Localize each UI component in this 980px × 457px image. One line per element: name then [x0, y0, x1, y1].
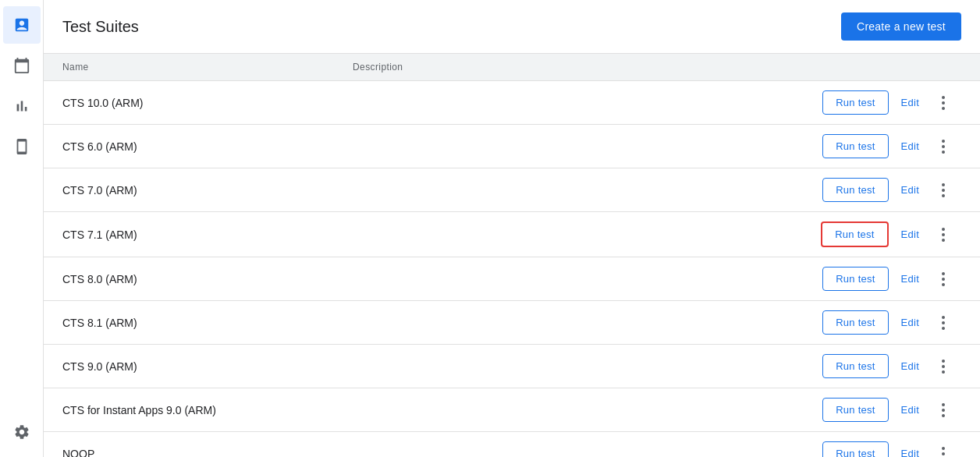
more-options-button[interactable] [932, 311, 955, 335]
edit-button[interactable]: Edit [895, 179, 925, 201]
more-options-icon [942, 360, 945, 374]
edit-button[interactable]: Edit [895, 91, 925, 114]
row-name-cell: NOOP [44, 432, 340, 458]
more-options-button[interactable] [932, 91, 955, 115]
actions-group: Run testEdit [821, 90, 968, 115]
row-actions-cell: Run testEdit [808, 81, 980, 125]
test-suites-table-container: Name Description CTS 10.0 (ARM)Run testE… [44, 54, 980, 457]
more-options-icon [942, 272, 945, 286]
row-actions-cell: Run testEdit [808, 345, 980, 388]
edit-button[interactable]: Edit [895, 223, 925, 246]
actions-group: Run testEdit [821, 310, 968, 335]
more-options-icon [942, 96, 945, 110]
row-description-cell [340, 388, 808, 432]
actions-group: Run testEdit [821, 221, 968, 247]
column-header-name: Name [44, 54, 340, 81]
column-header-actions [808, 54, 980, 81]
row-actions-cell: Run testEdit [808, 212, 980, 257]
more-options-icon [942, 228, 945, 242]
sidebar-item-calendar[interactable] [3, 47, 41, 84]
actions-group: Run testEdit [821, 398, 968, 422]
more-options-button[interactable] [932, 442, 955, 458]
table-header-row: Name Description [44, 54, 980, 81]
row-actions-cell: Run testEdit [808, 388, 980, 432]
table-row: CTS for Instant Apps 9.0 (ARM)Run testEd… [44, 388, 980, 432]
run-test-button[interactable]: Run test [822, 441, 888, 457]
more-options-button[interactable] [932, 355, 955, 378]
run-test-button[interactable]: Run test [821, 221, 888, 247]
row-actions-cell: Run testEdit [808, 432, 980, 458]
table-row: CTS 7.1 (ARM)Run testEdit [44, 212, 980, 257]
more-options-icon [942, 316, 945, 330]
row-name-cell: CTS 7.1 (ARM) [44, 212, 340, 257]
actions-group: Run testEdit [821, 134, 968, 158]
calendar-icon [13, 57, 30, 74]
row-description-cell [340, 168, 808, 212]
table-row: CTS 10.0 (ARM)Run testEdit [44, 81, 980, 125]
sidebar [0, 0, 44, 457]
row-description-cell [340, 301, 808, 345]
row-description-cell [340, 257, 808, 301]
row-description-cell [340, 345, 808, 388]
row-actions-cell: Run testEdit [808, 125, 980, 168]
more-options-icon [942, 403, 945, 417]
create-new-test-button[interactable]: Create a new test [841, 12, 961, 41]
edit-button[interactable]: Edit [895, 311, 925, 334]
more-options-icon [942, 140, 945, 154]
test-suites-table: Name Description CTS 10.0 (ARM)Run testE… [44, 54, 980, 457]
table-row: CTS 9.0 (ARM)Run testEdit [44, 345, 980, 388]
row-name-cell: CTS 7.0 (ARM) [44, 168, 340, 212]
run-test-button[interactable]: Run test [822, 178, 888, 202]
settings-icon [13, 423, 30, 441]
run-test-button[interactable]: Run test [822, 354, 888, 378]
sidebar-item-settings[interactable] [3, 413, 41, 451]
more-options-button[interactable] [932, 399, 955, 422]
row-description-cell [340, 81, 808, 125]
row-name-cell: CTS 8.0 (ARM) [44, 257, 340, 301]
actions-group: Run testEdit [821, 354, 968, 378]
run-test-button[interactable]: Run test [822, 267, 888, 291]
edit-button[interactable]: Edit [895, 267, 925, 290]
more-options-button[interactable] [932, 179, 955, 202]
edit-button[interactable]: Edit [895, 135, 925, 158]
more-options-icon [942, 447, 945, 458]
sidebar-item-analytics[interactable] [3, 87, 41, 125]
table-row: CTS 8.0 (ARM)Run testEdit [44, 257, 980, 301]
sidebar-item-device[interactable] [3, 128, 41, 165]
edit-button[interactable]: Edit [895, 442, 925, 457]
row-actions-cell: Run testEdit [808, 257, 980, 301]
page-title: Test Suites [62, 18, 139, 36]
edit-button[interactable]: Edit [895, 399, 925, 421]
row-name-cell: CTS 9.0 (ARM) [44, 345, 340, 388]
row-name-cell: CTS 6.0 (ARM) [44, 125, 340, 168]
run-test-button[interactable]: Run test [822, 310, 888, 335]
header: Test Suites Create a new test [44, 0, 980, 54]
edit-button[interactable]: Edit [895, 355, 925, 377]
run-test-button[interactable]: Run test [822, 134, 888, 158]
run-test-button[interactable]: Run test [822, 90, 888, 115]
actions-group: Run testEdit [821, 267, 968, 291]
more-options-button[interactable] [932, 267, 955, 291]
main-content: Test Suites Create a new test Name Descr… [44, 0, 980, 457]
more-options-button[interactable] [932, 223, 955, 246]
row-description-cell [340, 125, 808, 168]
actions-group: Run testEdit [821, 178, 968, 202]
table-row: CTS 8.1 (ARM)Run testEdit [44, 301, 980, 345]
column-header-description: Description [340, 54, 808, 81]
run-test-button[interactable]: Run test [822, 398, 888, 422]
row-name-cell: CTS 8.1 (ARM) [44, 301, 340, 345]
tests-icon [13, 16, 30, 34]
sidebar-item-tests[interactable] [3, 6, 41, 44]
analytics-icon [13, 97, 30, 115]
row-actions-cell: Run testEdit [808, 301, 980, 345]
device-icon [13, 138, 30, 155]
table-row: CTS 7.0 (ARM)Run testEdit [44, 168, 980, 212]
actions-group: Run testEdit [821, 441, 968, 457]
table-row: CTS 6.0 (ARM)Run testEdit [44, 125, 980, 168]
row-name-cell: CTS for Instant Apps 9.0 (ARM) [44, 388, 340, 432]
row-actions-cell: Run testEdit [808, 168, 980, 212]
table-row: NOOPRun testEdit [44, 432, 980, 458]
row-description-cell [340, 212, 808, 257]
row-description-cell [340, 432, 808, 458]
more-options-button[interactable] [932, 135, 955, 158]
